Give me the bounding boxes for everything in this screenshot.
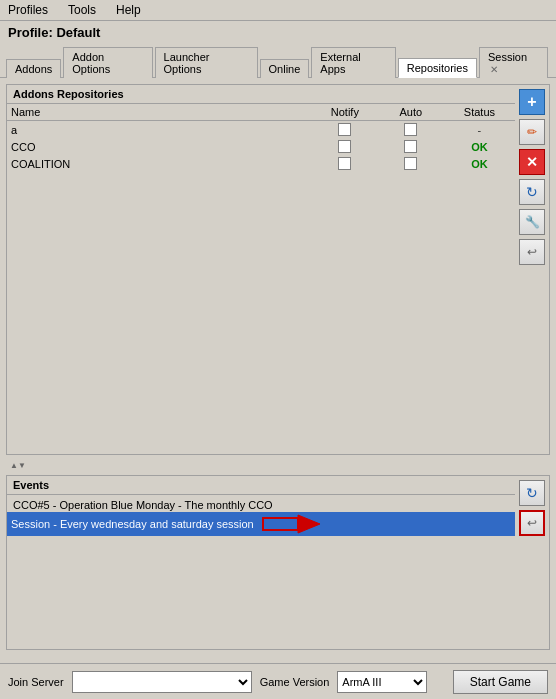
add-repo-button[interactable]: + xyxy=(519,89,545,115)
plus-icon: + xyxy=(527,93,536,111)
repositories-side-buttons: + ✏ ✕ ↻ 🔧 ↩ xyxy=(515,85,549,454)
delete-repo-button[interactable]: ✕ xyxy=(519,149,545,175)
col-header-name: Name xyxy=(7,104,312,121)
checkbox-notify-coalition[interactable] xyxy=(338,157,351,170)
menu-help[interactable]: Help xyxy=(112,2,145,18)
join-server-select[interactable] xyxy=(72,671,252,693)
checkbox-auto-a[interactable] xyxy=(404,123,417,136)
menu-bar: Profiles Tools Help xyxy=(0,0,556,21)
checkbox-notify-a[interactable] xyxy=(338,123,351,136)
repo-notify-a[interactable] xyxy=(312,121,378,139)
repo-auto-cco[interactable] xyxy=(378,138,444,155)
repositories-panel-title: Addons Repositories xyxy=(7,85,515,104)
refresh-repo-button[interactable]: ↻ xyxy=(519,179,545,205)
tab-repositories[interactable]: Repositories xyxy=(398,58,477,78)
svg-rect-0 xyxy=(263,518,298,530)
tab-addon-options[interactable]: Addon Options xyxy=(63,47,152,78)
table-row: a - xyxy=(7,121,515,139)
wrench-icon: 🔧 xyxy=(525,215,540,229)
col-header-auto: Auto xyxy=(378,104,444,121)
events-side-buttons: ↻ ↩ xyxy=(515,476,549,649)
resize-handle[interactable]: ▲▼ xyxy=(6,461,550,469)
repo-name-coalition: COALITION xyxy=(7,155,312,172)
tab-online[interactable]: Online xyxy=(260,59,310,78)
checkbox-auto-cco[interactable] xyxy=(404,140,417,153)
table-row: COALITION OK xyxy=(7,155,515,172)
menu-tools[interactable]: Tools xyxy=(64,2,100,18)
refresh-events-icon: ↻ xyxy=(526,485,538,501)
reply-icon: ↩ xyxy=(527,245,537,259)
refresh-events-button[interactable]: ↻ xyxy=(519,480,545,506)
reply-events-button[interactable]: ↩ xyxy=(519,510,545,536)
x-icon: ✕ xyxy=(526,154,538,170)
list-item[interactable]: Session - Every wednesday and saturday s… xyxy=(7,512,515,536)
checkbox-auto-coalition[interactable] xyxy=(404,157,417,170)
tab-addons[interactable]: Addons xyxy=(6,59,61,78)
tab-external-apps[interactable]: External Apps xyxy=(311,47,395,78)
tab-session[interactable]: Session ✕ xyxy=(479,47,548,78)
repo-status-a: - xyxy=(444,121,515,139)
repo-name-a: a xyxy=(7,121,312,139)
edit-repo-button[interactable]: ✏ xyxy=(519,119,545,145)
tabs-container: Addons Addon Options Launcher Options On… xyxy=(0,44,556,78)
refresh-icon: ↻ xyxy=(526,184,538,200)
tab-session-close[interactable]: ✕ xyxy=(490,64,498,75)
events-panel: Events CCO#5 - Operation Blue Monday - T… xyxy=(6,475,550,650)
events-list: CCO#5 - Operation Blue Monday - The mont… xyxy=(7,495,515,649)
bottom-bar: Join Server Game Version ArmA III Start … xyxy=(0,663,556,699)
tab-launcher-options[interactable]: Launcher Options xyxy=(155,47,258,78)
list-item[interactable]: CCO#5 - Operation Blue Monday - The mont… xyxy=(13,498,509,512)
profile-title: Profile: Default xyxy=(0,21,556,44)
repositories-inner: Addons Repositories Name Notify Auto Sta… xyxy=(7,85,515,454)
repo-status-coalition: OK xyxy=(444,155,515,172)
repo-status-cco: OK xyxy=(444,138,515,155)
game-version-select[interactable]: ArmA III xyxy=(337,671,427,693)
col-header-status: Status xyxy=(444,104,515,121)
svg-marker-1 xyxy=(298,515,320,533)
menu-profiles[interactable]: Profiles xyxy=(4,2,52,18)
game-version-label: Game Version xyxy=(260,676,330,688)
checkbox-notify-cco[interactable] xyxy=(338,140,351,153)
main-content: Addons Repositories Name Notify Auto Sta… xyxy=(0,78,556,656)
table-row: CCO OK xyxy=(7,138,515,155)
repositories-table: Name Notify Auto Status a - CCO xyxy=(7,104,515,172)
repo-notify-cco[interactable] xyxy=(312,138,378,155)
reply-events-icon: ↩ xyxy=(527,516,537,530)
event-text: Session - Every wednesday and saturday s… xyxy=(11,518,254,530)
back-repo-button[interactable]: ↩ xyxy=(519,239,545,265)
repositories-panel: Addons Repositories Name Notify Auto Sta… xyxy=(6,84,550,455)
pencil-icon: ✏ xyxy=(527,125,537,139)
col-header-notify: Notify xyxy=(312,104,378,121)
repo-notify-coalition[interactable] xyxy=(312,155,378,172)
repo-auto-coalition[interactable] xyxy=(378,155,444,172)
start-game-button[interactable]: Start Game xyxy=(453,670,548,694)
events-inner: Events CCO#5 - Operation Blue Monday - T… xyxy=(7,476,515,649)
configure-repo-button[interactable]: 🔧 xyxy=(519,209,545,235)
join-server-label: Join Server xyxy=(8,676,64,688)
repo-name-cco: CCO xyxy=(7,138,312,155)
resize-arrows-icon: ▲▼ xyxy=(10,461,26,470)
events-panel-title: Events xyxy=(7,476,515,495)
repo-auto-a[interactable] xyxy=(378,121,444,139)
red-arrow-annotation xyxy=(262,513,322,535)
